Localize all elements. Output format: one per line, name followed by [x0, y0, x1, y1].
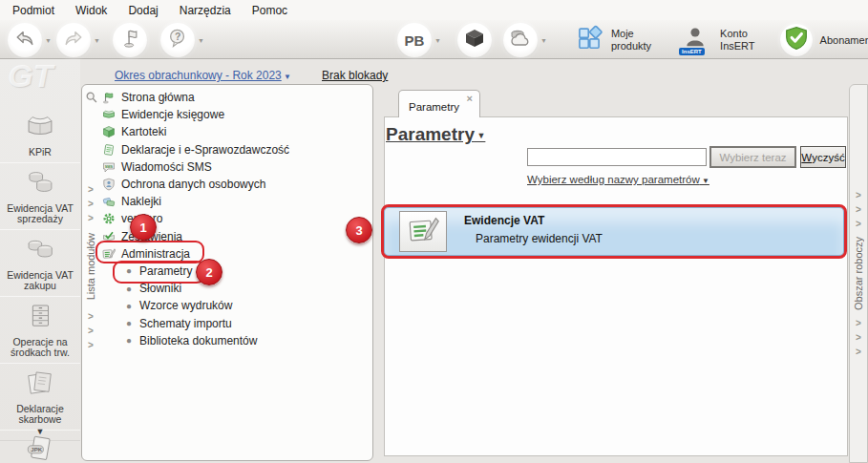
- profile-caret-icon[interactable]: ▼: [434, 37, 441, 44]
- toolbar-account-area: PB ▼ ▼ Moje produkty InsERT Konto InsERT…: [397, 22, 868, 58]
- choose-now-button[interactable]: Wybierz teraz: [709, 146, 796, 168]
- vat-item-icon-box: [399, 211, 447, 252]
- tree-item-label: Deklaracje i e-Sprawozdawczość: [121, 143, 289, 157]
- subscription-status[interactable]: Abonament aktywny: [780, 24, 868, 56]
- book-icon: [101, 108, 116, 121]
- cube-button[interactable]: [457, 23, 492, 57]
- strip-chevron[interactable]: >: [88, 309, 94, 324]
- module-label: Operacje na środkach trw.: [1, 337, 79, 359]
- accounting-period-link[interactable]: Okres obrachunkowy - Rok 2023 ▼: [115, 69, 291, 82]
- tree-item-parametry[interactable]: ●Parametry: [101, 263, 369, 280]
- strip-chevron[interactable]: >: [88, 211, 94, 225]
- svg-text:JPK: JPK: [31, 446, 42, 452]
- strip-chevron[interactable]: >: [856, 188, 861, 202]
- tree-item-label: Słowniki: [139, 282, 181, 295]
- tree-item-deklaracje-i-e-sprawozdawczość[interactable]: Deklaracje i e-Sprawozdawczość: [101, 141, 369, 158]
- tab-close-icon[interactable]: ×: [467, 93, 473, 104]
- insert-account-button[interactable]: InsERT Konto InsERT: [678, 23, 754, 57]
- cloud-sync-button[interactable]: [503, 23, 538, 57]
- pin-icon[interactable]: [84, 90, 98, 108]
- tree-item-biblioteka-dokumentów[interactable]: ●Biblioteka dokumentów: [101, 332, 369, 349]
- sidebar-module-vat-zakupu[interactable]: Ewidencja VAT zakupu: [0, 230, 80, 297]
- forward-caret-icon[interactable]: ▼: [94, 37, 100, 44]
- tree-item-strona-główna[interactable]: Strona główna: [101, 89, 369, 106]
- strip-chevron[interactable]: >: [88, 324, 94, 338]
- tree-item-ewidencje-księgowe[interactable]: Ewidencje księgowe: [101, 106, 369, 123]
- srodki-icon: [23, 300, 57, 336]
- menu-item-podmiot[interactable]: Podmiot: [2, 1, 65, 20]
- tree-item-label: Strona główna: [121, 91, 195, 104]
- clear-button[interactable]: Wyczyść: [800, 146, 846, 168]
- toolbar-nav-buttons: ▼▼?▼: [8, 22, 209, 58]
- svg-text:?: ?: [175, 31, 180, 42]
- menu-item-narzędzia[interactable]: Narzędzia: [169, 1, 242, 20]
- module-label: Ewidencja VAT zakupu: [1, 270, 79, 292]
- module-list-strip: >>> Lista modułów >>>: [82, 85, 99, 460]
- deklaracje-icon: [23, 367, 57, 403]
- strip-chevron[interactable]: >: [856, 217, 861, 231]
- parameter-search-input[interactable]: [527, 148, 707, 166]
- back-icon: [14, 28, 35, 53]
- strip-chevron[interactable]: >: [856, 330, 861, 345]
- back-caret-icon[interactable]: ▼: [45, 37, 52, 44]
- forward-button[interactable]: [56, 23, 91, 57]
- bullet-icon: ●: [126, 301, 132, 311]
- sidebar-module-vat-sprzedazy[interactable]: Ewidencja VAT sprzedaży: [0, 163, 80, 230]
- strip-chevron[interactable]: >: [88, 182, 94, 197]
- help-button[interactable]: ?: [160, 23, 195, 57]
- page-title[interactable]: Parametry ▼: [386, 124, 485, 145]
- list-item-ewidencje-vat[interactable]: Ewidencje VAT Parametry ewidencji VAT: [381, 204, 847, 259]
- workspace-strip-label: Obszar roboczy: [853, 237, 864, 310]
- cloud-caret-icon[interactable]: ▼: [540, 37, 547, 44]
- gt-logo: GT: [8, 57, 53, 95]
- flag-button[interactable]: [113, 23, 147, 57]
- vat-item-subtitle: Parametry ewidencji VAT: [476, 232, 603, 245]
- workspace-strip: >>> Obszar roboczy >>>: [849, 84, 868, 463]
- sidebar-module-srodki[interactable]: Operacje na środkach trw.: [0, 297, 80, 364]
- vat-sprzedazy-icon: [23, 166, 57, 202]
- tree-item-label: Wzorce wydruków: [139, 299, 232, 312]
- sidebar-module-deklaracje[interactable]: Deklaracje skarbowe: [0, 364, 80, 431]
- menu-item-pomoc[interactable]: Pomoc: [242, 1, 298, 20]
- tree-item-zestawienia[interactable]: Zestawienia: [101, 228, 369, 245]
- tree-item-label: Kartoteki: [121, 125, 166, 138]
- strip-chevron[interactable]: >: [856, 202, 861, 217]
- profile-button[interactable]: PB: [397, 23, 432, 57]
- home-icon: [101, 91, 116, 104]
- svg-text:SMS: SMS: [104, 165, 113, 169]
- tree-item-label: Schematy importu: [139, 317, 232, 330]
- menu-item-dodaj[interactable]: Dodaj: [117, 1, 168, 20]
- module-label: Ewidencja VAT sprzedaży: [1, 203, 79, 225]
- jpk-icon: JPK: [23, 433, 57, 463]
- gear-icon: [101, 212, 116, 225]
- tree-item-kartoteki[interactable]: Kartoteki: [101, 123, 369, 140]
- vat-zakupu-icon: [23, 233, 57, 269]
- tree-item-słowniki[interactable]: ●Słowniki: [101, 280, 369, 297]
- filter-by-name-link[interactable]: Wybierz według nazwy parametrów ▼: [527, 174, 709, 185]
- flag-icon: [119, 28, 140, 53]
- sidebar-module-kpir[interactable]: KPiR: [0, 107, 80, 163]
- tree-item-schematy-importu[interactable]: ●Schematy importu: [101, 314, 369, 331]
- tree-item-vendero[interactable]: vendero: [101, 210, 369, 227]
- strip-chevron[interactable]: >: [88, 197, 94, 211]
- module-tree: Strona głównaEwidencje księgoweKartoteki…: [101, 89, 369, 349]
- my-products-button[interactable]: Moje produkty: [577, 25, 651, 55]
- tree-item-administracja[interactable]: Administracja: [101, 245, 369, 263]
- tree-item-wzorce-wydruków[interactable]: ●Wzorce wydruków: [101, 297, 369, 314]
- sidebar-more-arrow[interactable]: ▼: [0, 427, 80, 436]
- help-caret-icon[interactable]: ▼: [198, 37, 204, 44]
- menu-item-widok[interactable]: Widok: [65, 1, 117, 20]
- doc-icon: [101, 143, 116, 157]
- strip-chevron[interactable]: >: [856, 316, 861, 330]
- my-products-icon: [577, 25, 603, 55]
- strip-chevron[interactable]: >: [856, 345, 861, 359]
- tree-item-label: Parametry: [139, 264, 192, 278]
- tree-item-wiadomości-sms[interactable]: SMSWiadomości SMS: [101, 158, 369, 176]
- tab-parametry[interactable]: Parametry ×: [398, 90, 480, 117]
- lock-status-link[interactable]: Brak blokady: [322, 69, 388, 82]
- tree-item-ochrona-danych-osobowych[interactable]: Ochrona danych osobowych: [101, 176, 369, 193]
- profile-initials: PB: [405, 32, 425, 49]
- strip-chevron[interactable]: >: [88, 338, 94, 352]
- tree-item-naklejki[interactable]: Naklejki: [101, 193, 369, 210]
- back-button[interactable]: [8, 23, 42, 57]
